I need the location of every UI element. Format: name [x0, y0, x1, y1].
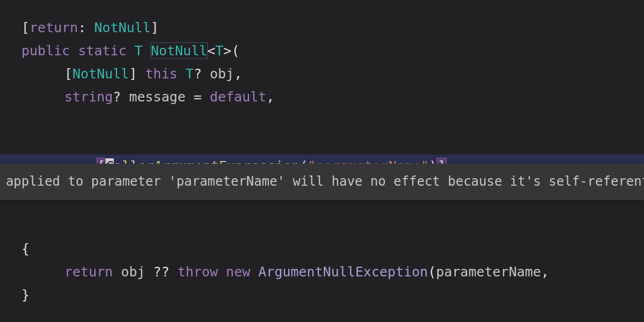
paren-open: ( — [428, 264, 436, 280]
keyword-public: public — [21, 43, 70, 58]
comma: , — [234, 66, 242, 82]
code-line[interactable]: public static T NotNull<T>( — [0, 39, 644, 62]
keyword-new: new — [226, 264, 250, 280]
comma: , — [541, 264, 549, 280]
type-param: T — [215, 43, 223, 58]
attribute-notnull: NotNull — [94, 20, 150, 35]
keyword-static: static — [78, 43, 126, 58]
brace-close: } — [21, 287, 30, 303]
method-name: NotNull — [151, 43, 207, 58]
type-param: T — [135, 43, 143, 58]
type-argumentnullexception: ArgumentNullException — [258, 264, 428, 280]
brace-open: { — [21, 241, 30, 257]
diagnostic-message: e applied to parameter 'parameterName' w… — [0, 171, 644, 193]
keyword-this: this — [145, 66, 178, 82]
angle-close-paren: >( — [223, 43, 239, 58]
code-line[interactable]: } — [0, 283, 644, 306]
bracket-open: [ — [21, 20, 30, 35]
keyword-default: default — [210, 89, 266, 105]
angle-open: < — [207, 43, 215, 58]
code-editor[interactable]: [return: NotNull] public static T NotNul… — [0, 0, 644, 306]
nullable-q: ? — [113, 89, 129, 105]
equals: = — [186, 89, 210, 105]
code-line[interactable]: return obj ?? throw new ArgumentNullExce… — [0, 260, 644, 283]
identifier-obj: obj — [121, 264, 145, 280]
diagnostic-tooltip: e applied to parameter 'parameterName' w… — [0, 164, 644, 200]
identifier-obj: obj — [210, 66, 234, 82]
keyword-return: return — [64, 264, 113, 280]
code-line[interactable]: { — [0, 237, 644, 260]
null-coalesce: ?? — [145, 264, 178, 280]
type-param: T — [186, 66, 194, 82]
attribute-notnull: NotNull — [72, 66, 129, 82]
identifier-parametername: parameterName — [436, 264, 541, 280]
code-line[interactable]: string? message = default, — [0, 85, 644, 108]
keyword-throw: throw — [178, 264, 218, 280]
code-line[interactable]: [NotNull] this T? obj, — [0, 62, 644, 85]
bracket-close: ] — [151, 20, 159, 35]
comma: , — [266, 89, 274, 105]
keyword-return: return — [30, 20, 78, 35]
bracket-open: [ — [64, 66, 72, 82]
identifier-message: message — [129, 89, 185, 105]
bracket-close: ] — [129, 66, 145, 82]
code-line[interactable]: [return: NotNull] — [0, 16, 644, 39]
keyword-string: string — [64, 89, 113, 105]
nullable-q: ? — [194, 66, 210, 82]
colon: : — [78, 20, 94, 35]
